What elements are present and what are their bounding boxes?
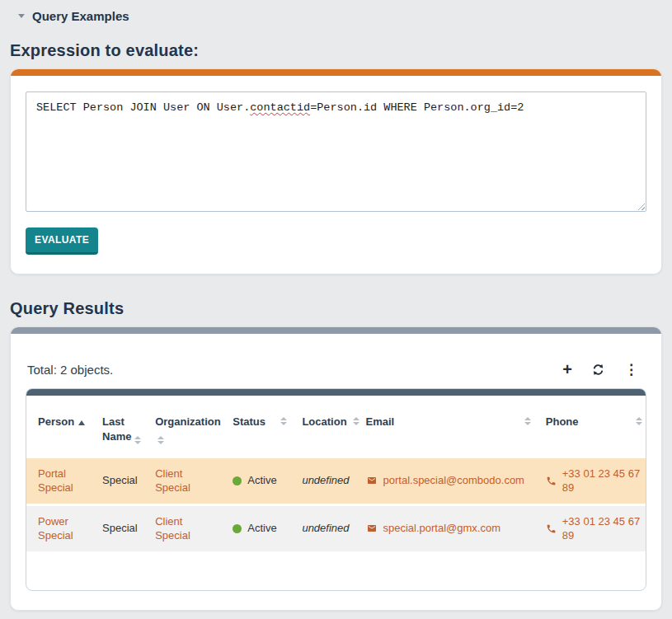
column-header-phone[interactable]: Phone [534, 398, 646, 456]
sort-ascending-icon[interactable] [78, 420, 85, 425]
results-panel: Total: 2 objects. + ⋮ [10, 326, 662, 611]
last-name-cell: Special [91, 458, 143, 504]
misspelled-word: contactid [250, 101, 310, 114]
email-link[interactable]: portal.special@combodo.com [383, 473, 524, 488]
page: Query Examples Expression to evaluate: S… [0, 0, 672, 617]
email-cell: portal.special@combodo.com [355, 458, 534, 504]
envelope-icon [366, 523, 378, 533]
phone-icon [546, 523, 557, 534]
column-header-person[interactable]: Person [26, 398, 91, 456]
results-table-container: Person Last Name Organization Status Loc… [26, 388, 646, 591]
expression-section-title: Expression to evaluate: [10, 41, 662, 60]
evaluate-button[interactable]: EVALUATE [26, 227, 98, 255]
email-cell: special.portal@gmx.com [355, 506, 534, 551]
person-link[interactable]: Portal Special [38, 467, 73, 495]
sort-icon[interactable] [353, 417, 359, 425]
organization-link[interactable]: Client Special [155, 467, 190, 495]
table-header-row: Person Last Name Organization Status Loc… [26, 398, 646, 456]
sort-icon[interactable] [280, 417, 287, 425]
location-cell: undefined [290, 506, 354, 551]
status-cell: Active [221, 506, 290, 551]
plus-icon[interactable]: + [562, 361, 572, 377]
resize-grip-icon[interactable] [636, 201, 645, 210]
expression-panel: SELECT Person JOIN User ON User.contacti… [10, 68, 662, 274]
results-toolbar: Total: 2 objects. + ⋮ [26, 361, 646, 377]
sort-icon[interactable] [636, 417, 642, 425]
sort-icon[interactable] [157, 436, 164, 444]
person-cell: Portal Special [26, 458, 91, 504]
panel-accent-bar-orange [11, 69, 661, 76]
toolbar-actions: + ⋮ [562, 361, 645, 377]
total-count-label: Total: 2 objects. [27, 363, 113, 377]
query-examples-toggle[interactable]: Query Examples [10, 7, 662, 23]
phone-link[interactable]: +33 01 23 45 67 89 [562, 467, 642, 495]
phone-cell: +33 01 23 45 67 89 [534, 506, 646, 551]
column-header-organization[interactable]: Organization [143, 398, 221, 456]
status-cell: Active [221, 458, 290, 504]
phone-cell: +33 01 23 45 67 89 [534, 458, 646, 504]
email-link[interactable]: special.portal@gmx.com [383, 521, 501, 536]
results-table: Person Last Name Organization Status Loc… [26, 396, 646, 554]
status-active-dot-icon [233, 524, 242, 533]
status-active-dot-icon [233, 476, 242, 485]
envelope-icon [366, 476, 378, 485]
column-header-location[interactable]: Location [290, 398, 354, 456]
table-row: Portal Special Special Client Special Ac… [26, 458, 646, 504]
organization-link[interactable]: Client Special [155, 515, 190, 542]
location-cell: undefined [290, 458, 354, 504]
panel-accent-bar-slate [11, 327, 661, 334]
query-examples-title: Query Examples [32, 9, 129, 23]
results-section-title: Query Results [10, 299, 662, 318]
caret-down-icon [18, 14, 25, 18]
column-header-email[interactable]: Email [355, 398, 534, 456]
refresh-icon[interactable] [592, 363, 604, 376]
sort-icon[interactable] [524, 417, 531, 425]
column-header-status[interactable]: Status [221, 398, 290, 456]
person-link[interactable]: Power Special [38, 515, 73, 542]
person-cell: Power Special [26, 506, 91, 551]
phone-link[interactable]: +33 01 23 45 67 89 [562, 514, 642, 543]
table-row: Power Special Special Client Special Act… [26, 506, 646, 551]
table-accent-bar [26, 389, 646, 396]
kebab-menu-icon[interactable]: ⋮ [624, 363, 638, 377]
expression-input[interactable]: SELECT Person JOIN User ON User.contacti… [26, 91, 646, 212]
column-header-last-name[interactable]: Last Name [91, 398, 143, 456]
organization-cell: Client Special [143, 458, 221, 504]
last-name-cell: Special [91, 506, 143, 551]
sort-icon[interactable] [134, 436, 141, 444]
phone-icon [546, 476, 557, 486]
query-text: SELECT Person JOIN User ON User.contacti… [36, 101, 524, 114]
organization-cell: Client Special [143, 506, 221, 551]
